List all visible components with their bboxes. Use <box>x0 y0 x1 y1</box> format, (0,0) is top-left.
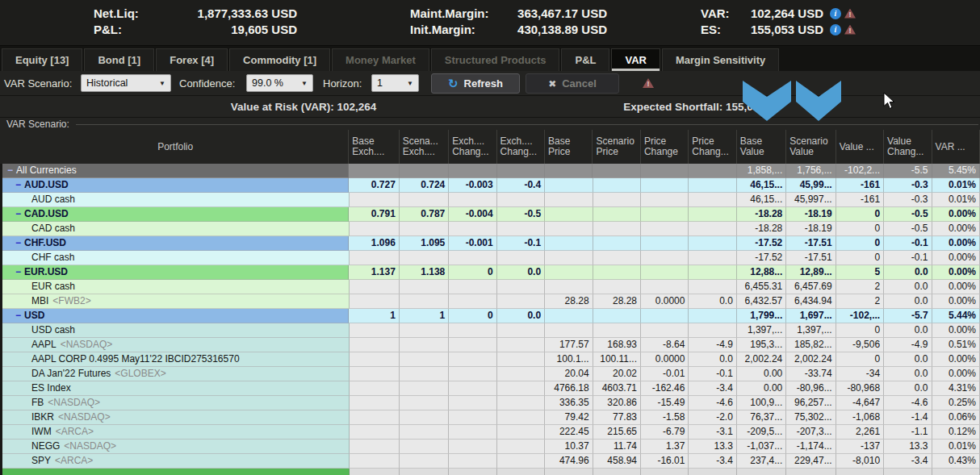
refresh-button[interactable]: ↻ Refresh <box>431 73 520 94</box>
column-header-portfolio[interactable]: Portfolio <box>2 130 349 164</box>
tab-p-l[interactable]: P&L <box>561 48 609 71</box>
cell-scenario-value: 75,302... <box>786 410 836 425</box>
cell-price-change-2 <box>689 164 736 178</box>
cell-value-change: -0.3 <box>884 193 932 207</box>
cell-exchange-change <box>449 469 496 475</box>
column-header-base-value[interactable]: BaseValue <box>737 130 786 164</box>
tab-margin-sensitivity[interactable]: Margin Sensitivity <box>662 48 779 71</box>
cell-exchange-change <box>449 454 496 469</box>
cell-value: 5 <box>836 265 884 280</box>
cell-value-change: -5.7 <box>884 309 932 323</box>
cell-var: 0.01% <box>932 178 980 193</box>
table-row[interactable]: −CAD.USD0.7910.787-0.004-0.5-18.28-18.19… <box>2 207 980 222</box>
cell-scenario-value: 45,997... <box>786 193 836 207</box>
table-row[interactable]: FB<NASDAQ>336.35320.86-15.49-4.6100,9...… <box>2 396 980 410</box>
portfolio-cell: AAPL<NASDAQ> <box>2 338 350 352</box>
table-row[interactable]: EUR cash6,455.316,457.6920.00.00% <box>2 280 980 294</box>
cell-scenario-price: 320.86 <box>593 396 641 410</box>
cell-base-value: 2,002.24 <box>737 352 786 367</box>
cell-exchange-change-2 <box>497 440 545 454</box>
info-icon[interactable]: i <box>830 8 841 19</box>
portfolio-label: EUR.USD <box>24 265 68 279</box>
table-row[interactable]: −USD1100.01,799...1,697...-102,...-5.75.… <box>2 309 980 323</box>
table-row[interactable]: AUD cash46,15...45,997...-161-0.30.01% <box>2 193 980 207</box>
cell-exchange-change-2 <box>497 338 545 352</box>
column-header-value[interactable]: Value ... <box>836 130 884 164</box>
collapse-icon[interactable]: − <box>15 236 24 250</box>
table-row[interactable]: MBI<FWB2>28.2828.280.00000.06,432.576,43… <box>2 294 980 309</box>
cell-scenario-exchange <box>400 280 449 294</box>
collapse-icon[interactable]: − <box>15 207 24 221</box>
tab-var[interactable]: VAR <box>611 48 660 71</box>
cell-price-change-2 <box>689 193 736 207</box>
table-row[interactable]: ES Index4766.184603.71-162.46-3.40.00-80… <box>2 381 980 396</box>
cell-base-value: 12,88... <box>737 265 786 280</box>
confidence-select[interactable]: 99.0 % ▼ <box>246 74 313 92</box>
cell-exchange-change-2 <box>497 294 545 309</box>
scenario-select[interactable]: Historical ▼ <box>81 74 171 92</box>
portfolio-cell: −USD <box>2 309 349 323</box>
tab-forex-4[interactable]: Forex [4] <box>156 48 228 71</box>
cell-base-price <box>545 207 593 222</box>
table-row[interactable]: −AUD.USD0.7270.724-0.003-0.446,15...45,9… <box>2 178 980 193</box>
cell-var: 0.00% <box>932 352 980 367</box>
horizon-select[interactable]: 1 ▼ <box>371 74 419 92</box>
table-row[interactable]: −EUR.USD1.1371.13800.012,88...12,89...50… <box>2 265 980 280</box>
column-header-var[interactable]: VAR ... <box>932 130 980 164</box>
table-row[interactable]: AAPL<NASDAQ>177.57168.93-8.64-4.9195,3..… <box>2 338 980 352</box>
tab-bond-1[interactable]: Bond [1] <box>84 48 154 71</box>
cell-exchange-change-2 <box>497 410 545 425</box>
table-row[interactable]: NEGG<NASDAQ>10.3711.741.3713.3-1,037...-… <box>2 440 980 454</box>
collapse-icon[interactable]: − <box>15 265 24 279</box>
collapse-icon[interactable]: − <box>15 309 24 323</box>
cell-price-change-2: -2.0 <box>689 410 736 425</box>
table-row[interactable] <box>2 469 980 475</box>
cell-price-change-2 <box>689 323 736 338</box>
table-row[interactable]: IBKR<NASDAQ>79.4277.83-1.58-2.076,37...7… <box>2 410 980 425</box>
chevron-down-icon: ▼ <box>301 80 308 87</box>
column-header-base-exchange[interactable]: BaseExch.... <box>349 130 399 164</box>
column-header-exchange-change[interactable]: Exch....Chang... <box>449 130 496 164</box>
column-header-base-price[interactable]: BasePrice <box>545 130 593 164</box>
collapse-icon[interactable]: − <box>15 178 24 192</box>
table-row[interactable]: CHF cash-17.52-17.510-0.10.00% <box>2 251 980 265</box>
table-row[interactable]: AAPL CORP 0.4995 May11'22 IBCID275316570… <box>2 352 980 367</box>
column-header-price-change[interactable]: PriceChange <box>641 130 689 164</box>
table-row[interactable]: SPY<ARCA>474.96458.94-16.01-3.4237,4...2… <box>2 454 980 469</box>
cell-price-change-2: 0.0 <box>689 294 736 309</box>
cell-base-price <box>545 251 593 265</box>
tab-equity-13[interactable]: Equity [13] <box>2 48 82 71</box>
table-row[interactable]: CAD cash-18.28-18.190-0.50.00% <box>2 222 980 236</box>
column-header-scenario-value[interactable]: ScenarioValue <box>786 130 836 164</box>
cell-scenario-exchange <box>400 352 449 367</box>
table-row[interactable]: DA Jan'22 Futures<GLOBEX>20.0420.02-0.01… <box>2 367 980 381</box>
table-row[interactable]: −All Currencies1,858,...1,756,...-102,2.… <box>2 164 980 178</box>
tab-commodity-1[interactable]: Commodity [1] <box>229 48 330 71</box>
cell-scenario-value <box>786 469 836 475</box>
confidence-select-value: 99.0 % <box>252 77 283 89</box>
table-row[interactable]: IWM<ARCA>222.45215.65-6.79-3.1-209,5...-… <box>2 425 980 440</box>
tab-money-market[interactable]: Money Market <box>332 48 429 71</box>
info-icon[interactable]: i <box>830 24 841 35</box>
cell-scenario-value: -18.19 <box>786 207 836 222</box>
table-row[interactable]: USD cash1,397,...1,397,...00.00.00% <box>2 323 980 338</box>
cancel-button[interactable]: ✖ Cancel <box>526 73 619 94</box>
portfolio-cell: ES Index <box>2 381 350 396</box>
cell-base-price: 222.45 <box>545 425 593 440</box>
cell-var <box>932 469 980 475</box>
column-header-scenario-exchange[interactable]: Scena...Exch.... <box>400 130 449 164</box>
tab-structured-products[interactable]: Structured Products <box>431 48 560 71</box>
cell-value: 2,261 <box>836 425 884 440</box>
collapse-icon[interactable]: − <box>7 164 16 177</box>
column-header-scenario-price[interactable]: ScenarioPrice <box>593 130 640 164</box>
column-header-price-change-2[interactable]: PriceChang... <box>689 130 736 164</box>
cell-scenario-value: 1,756,... <box>786 164 836 178</box>
column-header-exchange-change-2[interactable]: Exch....Chang... <box>497 130 545 164</box>
cell-scenario-price: 215.65 <box>593 425 641 440</box>
cell-base-value: -18.28 <box>737 222 786 236</box>
table-row[interactable]: −CHF.USD1.0961.095-0.001-0.1-17.52-17.51… <box>2 236 980 251</box>
margin-group: Maint.Margin: 363,467.17 USD Init.Margin… <box>410 6 607 36</box>
portfolio-cell <box>2 469 350 475</box>
column-header-value-change[interactable]: ValueChang... <box>884 130 932 164</box>
cell-scenario-price <box>593 265 641 280</box>
